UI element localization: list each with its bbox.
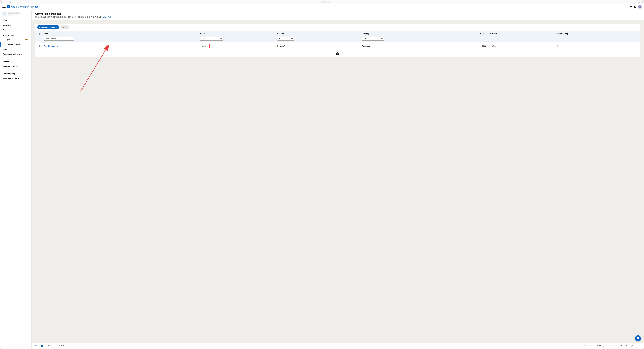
caret-down-icon — [220, 38, 222, 39]
sidebar-item-assets[interactable]: Assets — [0, 59, 32, 64]
profile-avatar[interactable] — [638, 5, 642, 8]
page-number[interactable]: 1 — [336, 52, 339, 55]
reload-icon[interactable] — [10, 1, 12, 3]
footer-partners-link[interactable]: Certified partners — [597, 345, 610, 347]
svg-text:?: ? — [635, 6, 636, 8]
create-conversion-button[interactable]: Create conversion — [37, 25, 59, 29]
sidebar-item-data[interactable]: Data — [0, 47, 32, 52]
status-highlight-annotation: Active — [200, 44, 210, 48]
sidebar-item-measurement[interactable]: Measurement — [0, 32, 32, 37]
col-name[interactable]: Name — [44, 32, 48, 34]
external-link-icon — [27, 72, 29, 75]
chevron-down-icon: ⌄ — [639, 345, 640, 347]
forward-icon[interactable] — [7, 1, 9, 3]
sidebar-toggle-icon[interactable] — [2, 1, 3, 3]
sidebar: Account name Account ID ▾ Plan Advertise… — [0, 10, 32, 348]
logo-cm: Campaign Manager — [18, 6, 39, 8]
col-category[interactable]: Category — [362, 32, 369, 34]
page-title: Conversion tracking — [35, 12, 640, 15]
sidebar-item-advertise[interactable]: Advertise — [0, 23, 32, 28]
chevron-down-icon — [27, 65, 29, 67]
col-created[interactable]: Created — [490, 32, 497, 34]
app-logo[interactable]: in Ads | Campaign Manager — [7, 5, 39, 8]
footer-help-link[interactable]: Help center — [585, 345, 593, 347]
back-icon[interactable] — [4, 1, 6, 3]
footer-privacy-link[interactable]: Privacy & terms⌄ — [626, 345, 640, 347]
menu-toggle-button[interactable] — [2, 5, 6, 8]
footer: Linked in LinkedIn Corporation © 2024 He… — [32, 343, 644, 348]
table-row: Test Conversion Active Direct API Purcha… — [35, 42, 640, 50]
footer-logo: Linked in — [35, 345, 43, 347]
col-status[interactable]: Status — [200, 32, 205, 34]
browser-toolbar: linkedin.com — [0, 0, 644, 4]
status-active[interactable]: Active — [202, 45, 208, 48]
category-filter-select[interactable]: All — [362, 37, 384, 40]
browser-url: linkedin.com — [320, 1, 330, 3]
sidebar-item-plan[interactable]: Plan — [0, 18, 32, 23]
conversions-table: Name Status All Data source — [35, 31, 640, 50]
row-checkbox[interactable] — [37, 45, 40, 47]
app-header: in Ads | Campaign Manager ? — [0, 4, 644, 10]
search-name-input[interactable] — [44, 37, 74, 40]
sidebar-item-recommendations[interactable]: Recommendations — [0, 52, 32, 56]
notification-dot-icon — [21, 54, 22, 54]
sort-icon[interactable] — [485, 33, 486, 34]
account-avatar — [2, 12, 6, 16]
chevron-down-icon: ▾ — [28, 13, 29, 15]
category-value: Purchase — [362, 45, 370, 47]
chevron-down-icon — [27, 20, 29, 22]
sort-icon[interactable] — [206, 33, 207, 34]
footer-accessibility-link[interactable]: Accessibility — [613, 345, 622, 347]
sort-icon[interactable] — [498, 33, 498, 34]
sidebar-item-test[interactable]: Test — [0, 28, 32, 32]
share-icon[interactable] — [638, 1, 640, 3]
sidebar-item-business-manager[interactable]: Business Manager — [0, 76, 32, 81]
data-source-value: Direct API — [277, 45, 285, 47]
page-subtitle: Measure and improve performance based on… — [35, 16, 640, 18]
chevron-up-icon — [27, 34, 29, 36]
data-source-filter-select[interactable]: All — [277, 37, 294, 40]
sort-icon[interactable] — [370, 33, 371, 34]
account-switcher[interactable]: Account name Account ID ▾ — [0, 10, 32, 18]
new-badge: NEW — [25, 39, 29, 40]
chevron-down-icon — [27, 48, 29, 50]
sidebar-item-conversion-tracking[interactable]: Conversion tracking — [0, 42, 32, 47]
notifications-button[interactable] — [630, 6, 632, 8]
conversion-name-link[interactable]: Test Conversion — [44, 45, 58, 47]
logo-ads: Ads — [11, 6, 15, 8]
sidebar-item-company-page[interactable]: Company page — [0, 71, 32, 76]
caret-down-icon — [56, 27, 57, 28]
tracked-count: 1 — [557, 45, 558, 47]
sidebar-item-insights[interactable]: Insights NEW — [0, 37, 32, 42]
col-tracked[interactable]: Tracked Camp — [557, 32, 568, 34]
chat-button[interactable] — [635, 335, 641, 341]
learn-more-link[interactable]: Learn more — [103, 16, 112, 18]
linkedin-icon: in — [7, 5, 10, 8]
chevron-down-icon — [27, 60, 29, 62]
svg-rect-3 — [641, 1, 642, 3]
caret-down-icon — [291, 38, 293, 39]
conversions-panel: Create conversion Delete Name — [35, 24, 640, 58]
created-date: 12/4/2024 — [490, 45, 498, 47]
content-header: Conversion tracking Measure and improve … — [32, 10, 644, 20]
help-button[interactable]: ? — [634, 6, 637, 8]
panel-icon[interactable] — [641, 1, 642, 3]
svg-point-9 — [638, 338, 638, 338]
footer-copyright: LinkedIn Corporation © 2024 — [44, 345, 64, 347]
col-data-source[interactable]: Data source — [277, 32, 287, 34]
svg-point-10 — [638, 338, 638, 338]
svg-point-11 — [638, 338, 638, 338]
col-value[interactable]: Value — [480, 32, 484, 34]
svg-rect-0 — [2, 1, 3, 3]
external-link-icon — [27, 77, 29, 80]
value-amount: €0.00 — [482, 45, 486, 47]
sidebar-item-account-settings[interactable]: Account settings — [0, 64, 32, 68]
select-all-checkbox[interactable] — [37, 32, 40, 35]
delete-button: Delete — [60, 25, 69, 29]
sort-icon[interactable] — [288, 33, 289, 34]
status-filter-select[interactable]: All — [200, 37, 223, 40]
sort-icon[interactable] — [49, 33, 50, 34]
caret-down-icon — [381, 38, 382, 39]
